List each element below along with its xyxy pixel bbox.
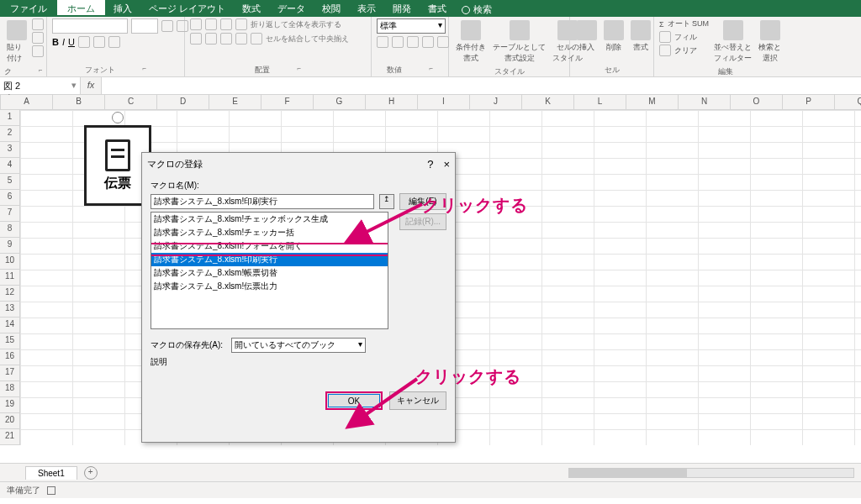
row-header[interactable]: 19 (0, 397, 20, 413)
col-header[interactable]: H (366, 95, 418, 109)
macro-store-select[interactable]: 開いているすべてのブック▾ (231, 338, 366, 353)
row-header[interactable]: 7 (0, 206, 20, 222)
list-item[interactable]: 請求書システム_8.xlsm!帳票切替 (151, 266, 388, 280)
list-item[interactable]: 請求書システム_8.xlsm!フォームを開く (151, 239, 388, 253)
row-header[interactable]: 15 (0, 333, 20, 349)
autosum-button[interactable]: Σオート SUM (659, 18, 709, 29)
col-header[interactable]: N (679, 95, 731, 109)
macro-name-input[interactable] (151, 194, 374, 209)
dec-decimal-icon[interactable] (437, 36, 449, 48)
fx-button[interactable]: fx (81, 77, 101, 94)
align-left-icon[interactable] (190, 33, 202, 45)
col-header[interactable]: K (522, 95, 574, 109)
format-painter-icon[interactable] (32, 45, 44, 57)
list-item[interactable]: 請求書システム_8.xlsm!チェックボックス生成 (151, 213, 388, 226)
tab-data[interactable]: データ (269, 0, 314, 17)
col-header[interactable]: G (314, 95, 366, 109)
macro-listbox[interactable]: 請求書システム_8.xlsm!チェックボックス生成請求書システム_8.xlsm!… (151, 212, 388, 329)
font-name-select[interactable] (52, 18, 128, 34)
align-center-icon[interactable] (205, 33, 217, 45)
row-header[interactable]: 3 (0, 142, 20, 158)
tab-home[interactable]: ホーム (57, 0, 105, 17)
col-header[interactable]: D (157, 95, 209, 109)
col-header[interactable]: A (1, 95, 53, 109)
row-header[interactable]: 14 (0, 318, 20, 333)
conditional-format-button[interactable]: 条件付き 書式 (454, 18, 488, 66)
format-cells-button[interactable]: 書式 (629, 18, 652, 55)
comma-icon[interactable] (407, 36, 419, 48)
row-header[interactable]: 16 (0, 349, 20, 365)
macro-record-icon[interactable] (47, 486, 55, 495)
col-header[interactable]: J (470, 95, 522, 109)
currency-icon[interactable] (377, 36, 388, 48)
row-header[interactable]: 8 (0, 222, 20, 238)
clear-button[interactable]: クリア (659, 45, 709, 56)
row-header[interactable]: 4 (0, 158, 20, 174)
merge-center-button[interactable]: セルを結合して中央揃え (266, 34, 349, 45)
number-format-select[interactable]: 標準▾ (377, 18, 446, 34)
col-header[interactable]: L (574, 95, 626, 109)
rotate-handle[interactable] (112, 112, 124, 123)
col-header[interactable]: I (418, 95, 470, 109)
row-header[interactable]: 1 (0, 110, 20, 126)
row-header[interactable]: 18 (0, 381, 20, 397)
formula-bar[interactable] (101, 77, 861, 94)
list-item[interactable]: 請求書システム_8.xlsm!印刷実行 (151, 253, 388, 266)
cut-icon[interactable] (32, 18, 44, 30)
row-header[interactable]: 17 (0, 365, 20, 381)
cells-grid[interactable]: 伝票 マクロの登録 ? × マクロ名(M): ↥ 編集( (20, 110, 861, 445)
align-bottom-icon[interactable] (220, 18, 232, 30)
tab-formulas[interactable]: 数式 (234, 0, 269, 17)
row-header[interactable]: 12 (0, 286, 20, 302)
orientation-icon[interactable] (235, 18, 247, 30)
row-header[interactable]: 9 (0, 238, 20, 254)
format-as-table-button[interactable]: テーブルとして 書式設定 (491, 18, 547, 66)
indent-dec-icon[interactable] (235, 33, 247, 45)
col-header[interactable]: M (626, 95, 679, 109)
row-header[interactable]: 5 (0, 174, 20, 190)
increase-font-icon[interactable] (161, 20, 173, 32)
tab-page-layout[interactable]: ページ レイアウト (140, 0, 234, 17)
row-header[interactable]: 2 (0, 126, 20, 142)
align-right-icon[interactable] (220, 33, 232, 45)
tab-insert[interactable]: 挿入 (105, 0, 140, 17)
align-middle-icon[interactable] (205, 18, 217, 30)
wrap-text-button[interactable]: 折り返して全体を表示する (251, 19, 341, 30)
dialog-help-button[interactable]: ? (427, 158, 433, 171)
row-header[interactable]: 21 (0, 429, 20, 445)
tab-view[interactable]: 表示 (349, 0, 384, 17)
font-size-select[interactable] (131, 18, 158, 34)
col-header[interactable]: B (53, 95, 105, 109)
row-header[interactable]: 6 (0, 190, 20, 206)
border-icon[interactable] (78, 36, 90, 48)
font-color-icon[interactable] (108, 36, 120, 48)
col-header[interactable]: O (731, 95, 783, 109)
tab-developer[interactable]: 開発 (384, 0, 420, 17)
name-box[interactable]: 図 2▾ (0, 77, 81, 94)
row-header[interactable]: 10 (0, 254, 20, 270)
fill-button[interactable]: フィル (659, 31, 709, 43)
bold-button[interactable]: B (52, 37, 59, 47)
tab-format[interactable]: 書式 (420, 0, 455, 17)
inc-decimal-icon[interactable] (422, 36, 434, 48)
row-header[interactable]: 11 (0, 270, 20, 286)
copy-icon[interactable] (32, 32, 44, 44)
horizontal-scrollbar[interactable] (99, 468, 861, 478)
sort-filter-button[interactable]: 並べ替えと フィルター (712, 18, 753, 66)
col-header[interactable]: E (209, 95, 261, 109)
new-sheet-button[interactable]: + (84, 466, 98, 480)
sheet-tab-1[interactable]: Sheet1 (25, 466, 77, 480)
tab-file[interactable]: ファイル (0, 0, 57, 17)
row-header[interactable]: 13 (0, 302, 20, 318)
list-item[interactable]: 請求書システム_8.xlsm!伝票出力 (151, 280, 388, 293)
find-select-button[interactable]: 検索と 選択 (757, 18, 783, 66)
insert-cells-button[interactable]: 挿入 (575, 18, 599, 55)
col-header[interactable]: C (105, 95, 157, 109)
indent-inc-icon[interactable] (251, 33, 262, 45)
col-header[interactable]: F (261, 95, 314, 109)
tab-review[interactable]: 校閲 (314, 0, 349, 17)
percent-icon[interactable] (392, 36, 404, 48)
col-header[interactable]: Q (835, 95, 861, 109)
paste-button[interactable]: 貼り付け (5, 18, 29, 66)
underline-button[interactable]: U (68, 37, 75, 47)
